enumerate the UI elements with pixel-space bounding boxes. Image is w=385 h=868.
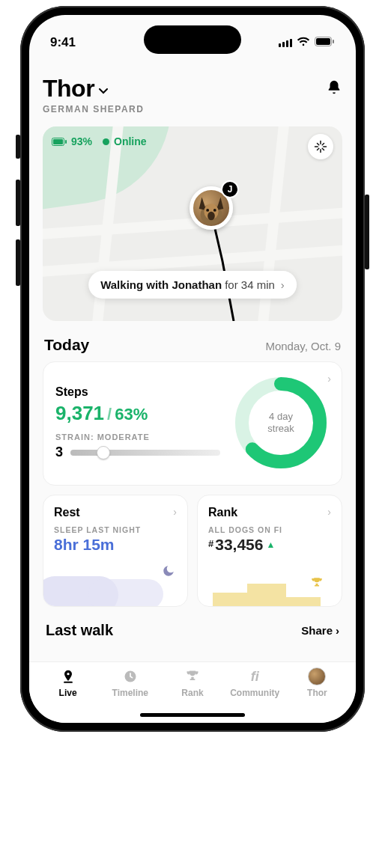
pet-avatar-icon — [308, 667, 326, 685]
walk-status-time: for 34 min — [225, 278, 275, 291]
rank-card[interactable]: › Rank ALL DOGS ON FI # 33,456 ▲ — [197, 495, 342, 607]
strain-value: 3 — [55, 444, 63, 460]
wifi-icon — [297, 35, 310, 50]
walker-badge: J — [221, 180, 239, 198]
battery-icon — [315, 35, 335, 50]
fi-logo-icon: fi — [251, 668, 259, 685]
slider-knob[interactable] — [97, 446, 110, 459]
dynamic-island — [144, 25, 241, 54]
steps-percent: 63% — [115, 405, 148, 424]
streak-line1: 4 day — [269, 411, 293, 423]
phone-frame: 9:41 Thor — [20, 6, 365, 732]
rest-sub: SLEEP LAST NIGHT — [54, 525, 177, 534]
trend-up-icon: ▲ — [266, 540, 275, 550]
last-walk-heading: Last walk — [46, 622, 113, 639]
chevron-right-icon: › — [327, 506, 331, 518]
svg-point-18 — [213, 209, 216, 212]
walk-status-pill[interactable]: Walking with Jonathan for 34 min › — [88, 271, 297, 299]
pet-name: Thor — [43, 75, 94, 103]
moon-icon — [162, 564, 175, 578]
rank-title: Rank — [208, 506, 331, 519]
share-button[interactable]: Share › — [301, 624, 339, 637]
svg-rect-21 — [64, 682, 73, 683]
progress-ring: 4 day streak — [232, 374, 330, 471]
today-date: Monday, Oct. 9 — [265, 340, 341, 352]
tab-live[interactable]: Live — [37, 668, 99, 723]
rest-title: Rest — [54, 506, 177, 519]
trophy-icon — [310, 576, 324, 593]
rank-hash: # — [208, 538, 213, 549]
svg-point-17 — [206, 209, 209, 212]
home-indicator[interactable] — [140, 713, 245, 717]
today-heading: Today — [44, 336, 89, 354]
walk-status-main: Walking with Jonathan — [100, 278, 222, 291]
strain-slider[interactable] — [70, 450, 220, 456]
chevron-right-icon: › — [336, 624, 339, 637]
svg-rect-2 — [333, 40, 334, 43]
strain-label: STRAIN: MODERATE — [55, 433, 220, 441]
chevron-right-icon: › — [281, 278, 285, 291]
rank-value: 33,456 — [215, 536, 263, 554]
steps-title: Steps — [55, 385, 220, 399]
bell-icon — [326, 79, 342, 96]
svg-point-16 — [207, 212, 215, 221]
map-card[interactable]: 93% Online — [43, 126, 342, 321]
cellular-icon — [279, 38, 292, 47]
screen: 9:41 Thor — [29, 15, 356, 723]
clock-icon — [123, 668, 138, 685]
svg-rect-1 — [316, 38, 330, 45]
pet-breed: GERMAN SHEPARD — [43, 104, 144, 114]
rest-card[interactable]: › Rest SLEEP LAST NIGHT 8hr 15m — [43, 495, 188, 607]
rank-sub: ALL DOGS ON FI — [208, 525, 331, 534]
notifications-button[interactable] — [326, 79, 342, 96]
tab-pet[interactable]: Thor — [286, 668, 348, 723]
rank-illustration — [198, 572, 342, 606]
status-time: 9:41 — [50, 35, 76, 50]
steps-card[interactable]: › Steps 9,371 / 63% STRAIN: MODERATE 3 — [43, 361, 342, 486]
steps-count: 9,371 — [55, 402, 104, 425]
pet-selector[interactable]: Thor — [43, 75, 144, 103]
location-pin-icon — [61, 668, 76, 685]
streak-line2: streak — [267, 423, 294, 435]
chevron-down-icon — [99, 85, 108, 97]
rest-value: 8hr 15m — [54, 536, 177, 554]
trophy-icon — [185, 668, 200, 685]
chevron-right-icon: › — [173, 506, 177, 518]
